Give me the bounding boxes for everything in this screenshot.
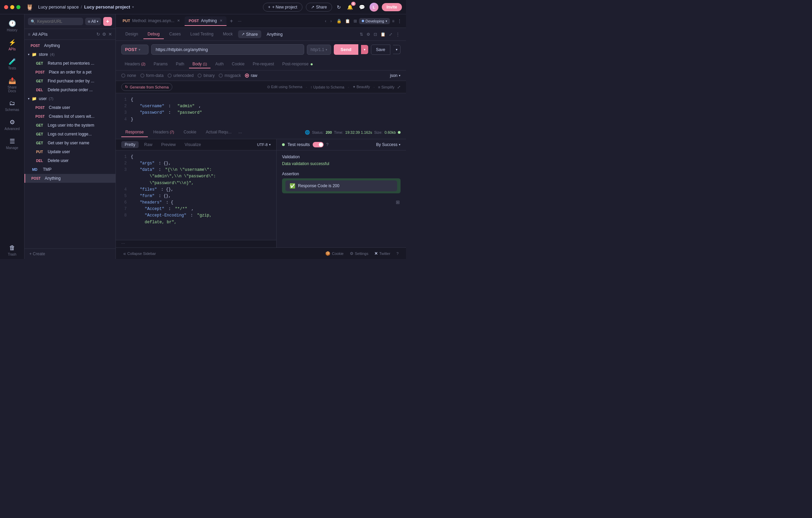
settings-icon[interactable]: ⚙ [102, 32, 106, 37]
list-item[interactable]: POST Creates list of users wit... [25, 112, 115, 121]
simplify-button[interactable]: ≡ Simplify [378, 85, 394, 89]
list-item[interactable]: DEL Delete purchase order ... [25, 85, 115, 94]
edit-using-schema-button[interactable]: ⊙ Edit using Schema [267, 85, 302, 89]
more-tabs-button[interactable]: ··· [236, 18, 243, 23]
messages-button[interactable]: 💬 [358, 3, 366, 11]
option-raw[interactable]: raw [245, 73, 257, 78]
add-tab-button[interactable]: + [227, 18, 236, 24]
tab-cookie[interactable]: Cookie [229, 60, 248, 68]
refresh-button[interactable]: ↻ [335, 3, 342, 11]
encoding-selector[interactable]: UTF-8 ▾ [257, 143, 271, 147]
sidebar-item-tests[interactable]: 🧪 Tests [2, 55, 22, 73]
url-input[interactable] [151, 44, 304, 55]
close-icon[interactable]: ✕ [177, 19, 180, 22]
list-item[interactable]: POST Anything [25, 41, 115, 50]
tab-cases[interactable]: Cases [165, 30, 185, 39]
tab-headers[interactable]: Headers (2) [121, 60, 149, 68]
format-visualize-button[interactable]: Visualize [181, 141, 204, 148]
cookie-footer-button[interactable]: 🍪 Cookie [323, 250, 345, 257]
copy-icon[interactable]: 📋 [344, 18, 351, 24]
format-preview-button[interactable]: Preview [158, 141, 179, 148]
add-api-button[interactable]: + [103, 17, 112, 26]
folder-user[interactable]: ▾ 📁 user (7) [25, 94, 115, 103]
tab-response-headers[interactable]: Headers (7) [149, 128, 178, 137]
refresh-icon[interactable]: ↻ [96, 32, 100, 37]
sidebar-item-apis[interactable]: ⚡ APIs [2, 36, 22, 54]
sidebar-item-share-docs[interactable]: 📤 Share Docs [2, 74, 22, 96]
close-button[interactable] [4, 5, 8, 9]
close-icon[interactable]: ✕ [108, 32, 112, 37]
tab-body[interactable]: Body (1) [189, 60, 210, 68]
environment-selector[interactable]: Developing ▾ [359, 18, 390, 24]
list-item[interactable]: GET Get user by user name [25, 139, 115, 147]
new-project-button[interactable]: + + New project [263, 3, 302, 12]
layout-icon[interactable]: ⊡ [373, 31, 378, 37]
more-response-tabs-button[interactable]: ··· [237, 130, 244, 135]
generate-from-schema-button[interactable]: ↻ Generate from Schema [121, 83, 172, 91]
align-right-icon[interactable]: ≡ [391, 18, 395, 24]
settings-icon[interactable]: ⚙ [366, 31, 371, 37]
tab-response-cookie[interactable]: Cookie [179, 128, 200, 137]
beautify-button[interactable]: ✦ Beautify [353, 85, 370, 89]
list-item[interactable]: POST Create user [25, 103, 115, 112]
collapse-sidebar-button[interactable]: « Collapse Sidebar [121, 250, 158, 257]
list-item[interactable]: MD TMP [25, 165, 115, 174]
share-tab-button[interactable]: ↗ Share [238, 30, 261, 38]
grid-icon[interactable]: ⊞ [353, 18, 358, 24]
copy2-icon[interactable]: 📋 [380, 31, 386, 37]
request-body-editor[interactable]: 1 { 2 "username" : "admin" , 3 "password… [116, 93, 406, 126]
maximize-button[interactable] [16, 5, 20, 9]
list-item[interactable]: POST Place an order for a pet [25, 68, 115, 77]
next-tab-button[interactable]: › [329, 17, 333, 25]
expand-editor-button[interactable]: ⤢ [397, 85, 401, 90]
tab-design[interactable]: Design [121, 30, 142, 39]
settings-footer-button[interactable]: ⚙ Settings [348, 250, 371, 257]
chevron-down-icon[interactable]: ▾ [132, 5, 134, 9]
format-pretty-button[interactable]: Pretty [121, 141, 139, 148]
create-button[interactable]: + Create [25, 248, 115, 259]
search-box[interactable]: 🔍 [28, 18, 83, 25]
option-urlencoded[interactable]: urlencoded [168, 73, 193, 78]
list-item[interactable]: DEL Delete user [25, 156, 115, 165]
by-success-selector[interactable]: By Success ▾ [376, 142, 401, 147]
method-selector[interactable]: POST ▾ [121, 45, 149, 54]
lock-icon[interactable]: 🔒 [336, 18, 342, 24]
list-item[interactable]: PUT Update user [25, 147, 115, 156]
sidebar-item-advanced[interactable]: ⚙ Advanced [2, 116, 22, 133]
send-button[interactable]: Send [334, 44, 358, 55]
list-item-active[interactable]: POST Anything [25, 174, 115, 183]
list-item[interactable]: GET Logs user into the system [25, 121, 115, 130]
update-to-schema-button[interactable]: ↑ Update to Schema [310, 85, 344, 89]
option-binary[interactable]: binary [198, 73, 215, 78]
search-input[interactable] [37, 19, 80, 24]
test-results-toggle[interactable] [313, 142, 324, 147]
help-footer-button[interactable]: ? [394, 251, 401, 256]
folder-store[interactable]: ▾ 📁 store (4) [25, 50, 115, 59]
protocol-selector[interactable]: http/1.1 ▾ [307, 45, 331, 55]
list-item[interactable]: GET Find purchase order by ... [25, 77, 115, 85]
save-dropdown-button[interactable]: ▾ [393, 45, 401, 54]
notification-bell[interactable]: 🔔 8 [346, 3, 354, 11]
tab-debug[interactable]: Debug [143, 30, 163, 39]
user-avatar[interactable]: L [370, 3, 378, 12]
option-form-data[interactable]: form-data [140, 73, 163, 78]
sidebar-item-history[interactable]: 🕐 History [2, 17, 22, 35]
option-msgpack[interactable]: msgpack [219, 73, 241, 78]
format-raw-button[interactable]: Raw [141, 141, 156, 148]
sort-icon[interactable]: ⇅ [359, 31, 364, 37]
sidebar-item-trash[interactable]: 🗑 Trash [2, 242, 22, 259]
minimize-button[interactable] [10, 5, 14, 9]
tab-pre-request[interactable]: Pre-request [249, 60, 278, 68]
tab-put-method[interactable]: PUT Method: images.asyn... ✕ [119, 16, 184, 26]
send-dropdown-button[interactable]: ▾ [361, 45, 368, 54]
grid-layout-icon[interactable]: ⊞ [395, 199, 401, 206]
prev-tab-button[interactable]: ‹ [324, 17, 328, 25]
invite-button[interactable]: Invite [382, 3, 402, 11]
list-item[interactable]: GET Logs out current logge... [25, 130, 115, 139]
tab-params[interactable]: Params [150, 60, 171, 68]
kebab-menu-button[interactable]: ⋮ [396, 17, 403, 25]
tab-mock[interactable]: Mock [219, 30, 237, 39]
json-format-selector[interactable]: json ▾ [390, 73, 401, 78]
save-button[interactable]: Save [371, 45, 390, 55]
help-icon[interactable]: ? [326, 142, 329, 147]
